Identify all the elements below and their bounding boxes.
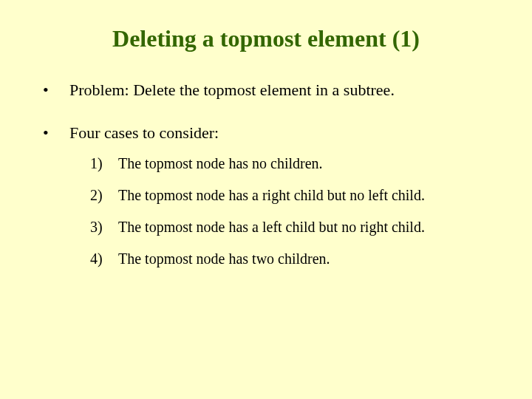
sub-item: The topmost node has a left child but no… bbox=[90, 217, 495, 237]
slide: Deleting a topmost element (1) Problem: … bbox=[0, 0, 532, 399]
slide-title: Deleting a topmost element (1) bbox=[37, 25, 495, 52]
sub-item-text: The topmost node has no children. bbox=[118, 155, 323, 171]
sub-item: The topmost node has two children. bbox=[90, 249, 495, 269]
sub-item-text: The topmost node has a left child but no… bbox=[118, 219, 425, 235]
sub-item: The topmost node has no children. bbox=[90, 154, 495, 174]
sub-item: The topmost node has a right child but n… bbox=[90, 185, 495, 205]
sub-item-text: The topmost node has a right child but n… bbox=[118, 187, 425, 203]
bullet-text: Problem: Delete the topmost element in a… bbox=[69, 81, 395, 99]
sub-item-text: The topmost node has two children. bbox=[118, 250, 330, 267]
main-bullet-list: Problem: Delete the topmost element in a… bbox=[37, 79, 495, 269]
bullet-text: Four cases to consider: bbox=[69, 123, 219, 142]
sub-list: The topmost node has no children. The to… bbox=[90, 154, 495, 269]
bullet-item: Four cases to consider: The topmost node… bbox=[37, 122, 495, 270]
bullet-item: Problem: Delete the topmost element in a… bbox=[37, 79, 495, 101]
